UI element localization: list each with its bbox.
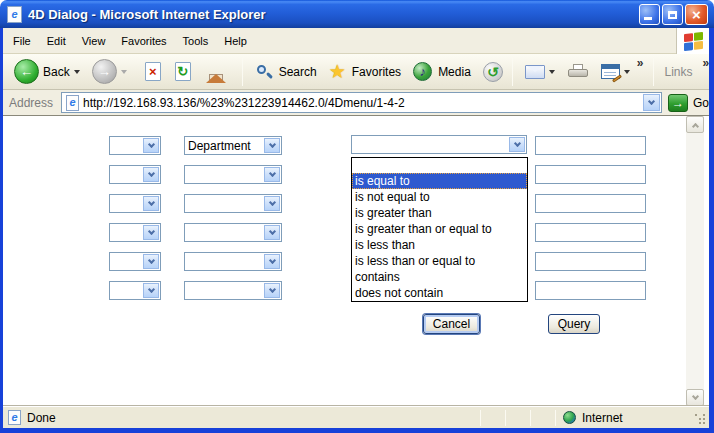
select-arrow-button[interactable] xyxy=(143,138,159,153)
toolbar-overflow-chevron[interactable]: » xyxy=(637,56,644,70)
favorites-button[interactable]: ★ Favorites xyxy=(326,60,404,83)
field-select[interactable] xyxy=(184,281,282,300)
title-bar: e 4D Dialog - Microsoft Internet Explore… xyxy=(0,0,714,28)
field-select[interactable] xyxy=(184,252,282,271)
edit-dropdown-caret[interactable] xyxy=(624,70,630,74)
menu-edit[interactable]: Edit xyxy=(39,32,74,50)
operator-option[interactable]: is less than or equal to xyxy=(352,253,527,269)
scroll-up-button[interactable] xyxy=(686,116,704,133)
conjunction-select[interactable] xyxy=(109,281,161,300)
operator-option[interactable]: contains xyxy=(352,269,527,285)
menu-tools[interactable]: Tools xyxy=(175,32,217,50)
close-button[interactable]: × xyxy=(685,4,708,25)
query-button[interactable]: Query xyxy=(548,314,600,334)
operator-option[interactable]: is less than xyxy=(352,237,527,253)
menu-help[interactable]: Help xyxy=(216,32,255,50)
select-arrow-button[interactable] xyxy=(143,196,159,211)
minimize-button[interactable] xyxy=(639,4,660,25)
value-input[interactable] xyxy=(535,252,646,271)
conjunction-select[interactable] xyxy=(109,136,161,155)
select-arrow-button[interactable] xyxy=(143,225,159,240)
operator-option[interactable] xyxy=(352,158,527,173)
value-input[interactable] xyxy=(535,165,646,184)
select-arrow-button[interactable] xyxy=(264,225,280,240)
select-arrow-button[interactable] xyxy=(143,283,159,298)
field-select[interactable] xyxy=(184,223,282,242)
maximize-button[interactable] xyxy=(662,4,683,25)
chevron-down-icon xyxy=(147,169,154,176)
forward-icon: → xyxy=(92,59,117,84)
conjunction-select[interactable] xyxy=(109,165,161,184)
field-select[interactable] xyxy=(184,165,282,184)
search-button[interactable]: Search xyxy=(252,61,320,83)
stop-button[interactable]: × xyxy=(138,60,168,83)
operator-option[interactable]: is greater than xyxy=(352,205,527,221)
media-button[interactable]: ♪ Media xyxy=(410,60,474,83)
vertical-scrollbar[interactable] xyxy=(686,116,704,406)
select-arrow-button[interactable] xyxy=(264,283,280,298)
chevron-down-icon xyxy=(268,198,275,205)
refresh-button[interactable]: ↻ xyxy=(168,60,198,83)
window-border-bottom xyxy=(0,428,714,433)
home-button[interactable] xyxy=(198,60,234,84)
zone-label: Internet xyxy=(582,411,623,425)
history-icon: ↺ xyxy=(483,62,503,82)
conjunction-select[interactable] xyxy=(109,252,161,271)
mail-button[interactable] xyxy=(522,63,558,81)
forward-button[interactable]: → xyxy=(89,57,130,86)
go-button[interactable]: → Go xyxy=(668,94,709,112)
select-arrow-button[interactable] xyxy=(264,254,280,269)
value-input[interactable] xyxy=(535,136,646,155)
mail-dropdown-caret[interactable] xyxy=(549,70,555,74)
operator-select-open[interactable] xyxy=(351,135,527,154)
forward-dropdown-caret[interactable] xyxy=(121,70,127,74)
field-select[interactable] xyxy=(184,194,282,213)
links-overflow-chevron[interactable]: » xyxy=(703,56,710,70)
toolbar-separator xyxy=(242,58,243,86)
back-button[interactable]: ← Back xyxy=(11,57,83,86)
toolbar-right-group: » Links » xyxy=(633,54,714,89)
operator-option[interactable]: does not contain xyxy=(352,285,527,301)
menu-favorites[interactable]: Favorites xyxy=(113,32,174,50)
back-dropdown-caret[interactable] xyxy=(74,70,80,74)
conjunction-select[interactable] xyxy=(109,223,161,242)
value-input[interactable] xyxy=(535,281,646,300)
maximize-icon xyxy=(668,11,677,19)
history-button[interactable]: ↺ xyxy=(480,60,506,84)
print-button[interactable] xyxy=(562,62,594,81)
edit-button[interactable] xyxy=(598,62,633,81)
scroll-down-button[interactable] xyxy=(686,389,704,406)
conjunction-select[interactable] xyxy=(109,194,161,213)
cancel-button[interactable]: Cancel xyxy=(423,314,480,334)
page-icon: e xyxy=(66,95,79,111)
window-title: 4D Dialog - Microsoft Internet Explorer xyxy=(28,7,266,22)
resize-grip[interactable] xyxy=(695,414,697,416)
select-arrow-button[interactable] xyxy=(509,137,525,152)
select-arrow-button[interactable] xyxy=(264,167,280,182)
value-input[interactable] xyxy=(535,194,646,213)
address-input[interactable]: e http://192.168.93.136/%23%231223914462… xyxy=(61,92,662,113)
select-arrow-button[interactable] xyxy=(264,196,280,211)
address-url: http://192.168.93.136/%23%231223914462.0… xyxy=(83,96,405,110)
operator-option[interactable]: is not equal to xyxy=(352,189,527,205)
select-arrow-button[interactable] xyxy=(143,167,159,182)
ie-app-icon: e xyxy=(7,6,22,23)
menu-file[interactable]: File xyxy=(5,32,39,50)
chevron-down-icon xyxy=(147,227,154,234)
operator-listbox: is equal tois not equal tois greater tha… xyxy=(351,157,528,302)
favorites-label: Favorites xyxy=(352,65,401,79)
chevron-down-icon xyxy=(648,97,655,104)
select-arrow-button[interactable] xyxy=(143,254,159,269)
toolbar-separator xyxy=(512,58,513,86)
operator-option[interactable]: is greater than or equal to xyxy=(352,221,527,237)
status-text: Done xyxy=(27,411,56,425)
menu-view[interactable]: View xyxy=(74,32,114,50)
operator-option-selected[interactable]: is equal to xyxy=(352,173,527,189)
value-input[interactable] xyxy=(535,223,646,242)
select-arrow-button[interactable] xyxy=(264,138,280,153)
mail-icon xyxy=(525,65,545,79)
address-dropdown-button[interactable] xyxy=(643,94,660,111)
chevron-down-icon xyxy=(513,139,520,146)
field-select[interactable]: Department xyxy=(184,136,282,155)
go-arrow-icon: → xyxy=(668,94,688,112)
